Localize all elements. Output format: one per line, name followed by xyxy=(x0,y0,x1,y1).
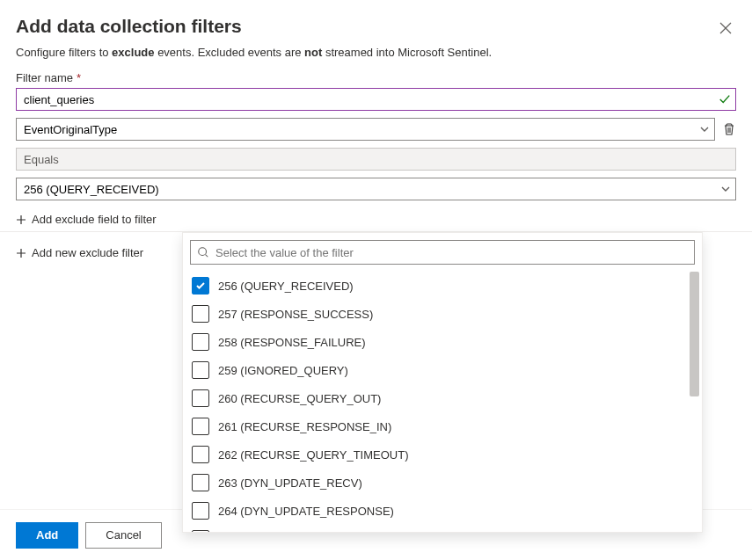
checkbox[interactable] xyxy=(192,333,209,351)
delete-field-icon[interactable] xyxy=(722,122,736,136)
field-select-value: EventOriginalType xyxy=(24,123,117,136)
dropdown-option[interactable]: 265 (IXFR_REQ_OUT) xyxy=(190,525,695,532)
dropdown-option-label: 256 (QUERY_RECEIVED) xyxy=(218,280,354,293)
dropdown-option[interactable]: 257 (RESPONSE_SUCCESS) xyxy=(190,300,695,328)
checkbox[interactable] xyxy=(192,418,209,435)
value-select[interactable]: 256 (QUERY_RECEIVED) xyxy=(16,178,736,200)
description-text: Configure filters to exclude events. Exc… xyxy=(0,46,752,71)
valid-icon xyxy=(719,93,731,105)
operator-select: Equals xyxy=(16,148,736,171)
required-indicator: * xyxy=(77,71,81,84)
checkbox[interactable] xyxy=(192,530,209,532)
dropdown-option-label: 258 (RESPONSE_FAILURE) xyxy=(218,336,366,349)
checkbox[interactable] xyxy=(192,389,209,407)
dropdown-option[interactable]: 263 (DYN_UPDATE_RECV) xyxy=(190,469,695,497)
checkbox[interactable] xyxy=(192,446,209,463)
plus-icon xyxy=(16,248,26,258)
dropdown-list: 256 (QUERY_RECEIVED)257 (RESPONSE_SUCCES… xyxy=(183,272,702,532)
search-icon xyxy=(197,246,209,258)
add-button[interactable]: Add xyxy=(16,522,78,549)
value-dropdown-popup: 256 (QUERY_RECEIVED)257 (RESPONSE_SUCCES… xyxy=(182,232,703,533)
close-icon[interactable] xyxy=(719,21,733,35)
add-exclude-field-link[interactable]: Add exclude field to filter xyxy=(0,207,752,231)
dropdown-option-label: 260 (RECURSE_QUERY_OUT) xyxy=(218,392,381,405)
checkbox[interactable] xyxy=(192,277,209,295)
checkbox[interactable] xyxy=(192,361,209,379)
desc-mid: events. Excluded events are xyxy=(155,46,305,59)
filter-name-label: Filter name xyxy=(16,71,73,84)
dropdown-option[interactable]: 261 (RECURSE_RESPONSE_IN) xyxy=(190,412,695,440)
dropdown-option[interactable]: 262 (RECURSE_QUERY_TIMEOUT) xyxy=(190,440,695,469)
dropdown-option[interactable]: 260 (RECURSE_QUERY_OUT) xyxy=(190,384,695,412)
dropdown-option-label: 261 (RECURSE_RESPONSE_IN) xyxy=(218,420,391,433)
add-exclude-field-label: Add exclude field to filter xyxy=(32,213,157,226)
checkbox[interactable] xyxy=(192,502,209,520)
dropdown-option-label: 259 (IGNORED_QUERY) xyxy=(218,364,348,377)
dropdown-option-label: 262 (RECURSE_QUERY_TIMEOUT) xyxy=(218,448,408,462)
filter-name-input[interactable] xyxy=(16,88,736,111)
checkbox[interactable] xyxy=(192,305,209,323)
desc-suffix: streamed into Microsoft Sentinel. xyxy=(322,46,492,59)
dropdown-option-label: 263 (DYN_UPDATE_RECV) xyxy=(218,476,362,490)
cancel-button[interactable]: Cancel xyxy=(85,522,161,549)
plus-icon xyxy=(16,215,26,225)
desc-bold1: exclude xyxy=(112,46,154,59)
dropdown-option[interactable]: 259 (IGNORED_QUERY) xyxy=(190,356,695,384)
dropdown-search-input[interactable] xyxy=(190,240,695,265)
desc-bold2: not xyxy=(304,46,322,59)
dropdown-option[interactable]: 256 (QUERY_RECEIVED) xyxy=(190,272,695,300)
dropdown-option-label: 264 (DYN_UPDATE_RESPONSE) xyxy=(218,505,394,518)
panel-title: Add data collection filters xyxy=(16,16,242,37)
operator-select-value: Equals xyxy=(24,153,59,166)
dropdown-option[interactable]: 258 (RESPONSE_FAILURE) xyxy=(190,328,695,356)
dropdown-option-label: 257 (RESPONSE_SUCCESS) xyxy=(218,308,373,321)
scrollbar-thumb[interactable] xyxy=(690,272,699,396)
scrollbar[interactable] xyxy=(688,272,701,532)
add-new-exclude-filter-label: Add new exclude filter xyxy=(32,246,143,259)
value-select-value: 256 (QUERY_RECEIVED) xyxy=(24,183,159,196)
svg-point-0 xyxy=(199,248,207,256)
checkbox[interactable] xyxy=(192,474,209,491)
desc-prefix: Configure filters to xyxy=(16,46,112,59)
dropdown-option[interactable]: 264 (DYN_UPDATE_RESPONSE) xyxy=(190,497,695,525)
field-select[interactable]: EventOriginalType xyxy=(16,118,715,141)
